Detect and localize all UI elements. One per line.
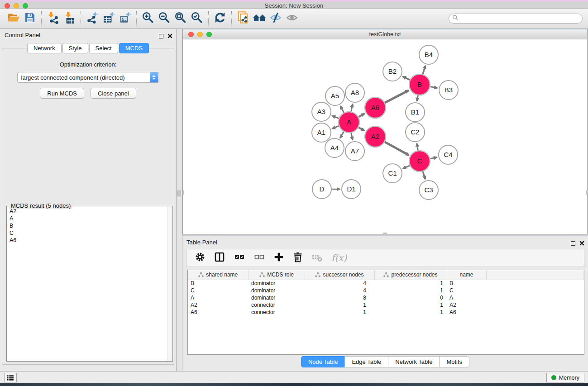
memory-button[interactable]: Memory xyxy=(546,373,584,382)
tab-motifs[interactable]: Motifs xyxy=(439,356,469,367)
open-session-button[interactable] xyxy=(5,10,22,27)
result-item[interactable]: A6 xyxy=(8,237,167,244)
table-settings-button[interactable] xyxy=(195,252,206,264)
graph-edge-A2-C[interactable] xyxy=(385,142,409,155)
graph-node-D[interactable]: D xyxy=(312,180,331,199)
show-all-button[interactable] xyxy=(284,10,300,27)
column-header-predecessor-nodes[interactable]: predecessor nodes xyxy=(374,270,447,280)
hide-selected-button[interactable] xyxy=(268,10,284,27)
apply-layout-button[interactable] xyxy=(212,10,228,27)
graph-edge-A-A3[interactable] xyxy=(332,116,339,119)
node-table[interactable]: shared name MCDS role successor nodes pr… xyxy=(187,270,584,355)
task-history-button[interactable] xyxy=(4,373,17,382)
tab-node-table[interactable]: Node Table xyxy=(301,356,345,367)
column-header-shared-name[interactable]: shared name xyxy=(188,270,249,280)
graph-node-A[interactable]: A xyxy=(339,112,359,133)
function-builder-button[interactable]: f(x) xyxy=(331,253,347,263)
resize-handle-bottom[interactable] xyxy=(383,233,387,234)
graph-node-B[interactable]: B xyxy=(409,74,430,95)
resize-handle-left[interactable] xyxy=(182,191,184,195)
graph-node-C2[interactable]: C2 xyxy=(406,123,425,142)
table-row[interactable]: Adominator80A xyxy=(188,294,584,301)
zoom-out-button[interactable] xyxy=(156,10,172,27)
run-mcds-button[interactable]: Run MCDS xyxy=(40,88,84,99)
export-table-button[interactable] xyxy=(100,10,117,27)
export-network-button[interactable] xyxy=(84,10,100,27)
graph-edge-A-A8[interactable] xyxy=(351,104,353,112)
table-row[interactable]: A6connector11A6 xyxy=(188,309,584,316)
graph-edge-B-B2[interactable] xyxy=(403,76,410,80)
graph-node-B1[interactable]: B1 xyxy=(406,103,425,122)
graph-node-A6[interactable]: A6 xyxy=(365,97,386,118)
close-panel-icon[interactable] xyxy=(167,32,172,40)
graph-edge-A-A4[interactable] xyxy=(340,132,344,138)
result-item[interactable]: B xyxy=(8,222,167,229)
first-neighbors-button[interactable] xyxy=(251,10,268,27)
graph-edge-A-A5[interactable] xyxy=(340,106,344,113)
graph-node-C1[interactable]: C1 xyxy=(383,164,402,183)
delete-column-button[interactable] xyxy=(292,252,303,264)
close-table-panel-icon[interactable] xyxy=(579,239,584,248)
graph-edge-A-A6[interactable] xyxy=(359,114,364,117)
result-item[interactable]: A2 xyxy=(8,208,167,215)
graph-node-A8[interactable]: A8 xyxy=(345,83,364,102)
network-window[interactable]: testGlobe.txt B4B2BB3A5A8A6B1A3AA1C2A2A4… xyxy=(182,29,588,234)
search-input[interactable] xyxy=(459,15,579,22)
graph-node-D1[interactable]: D1 xyxy=(342,180,361,199)
tab-select[interactable]: Select xyxy=(89,43,118,53)
import-table-button[interactable] xyxy=(61,10,77,27)
graph-node-A4[interactable]: A4 xyxy=(325,138,344,157)
optimization-criterion-select[interactable]: largest connected component (directed) xyxy=(17,72,159,83)
table-row[interactable]: Cdominator41C xyxy=(188,287,584,294)
graph-node-C[interactable]: C xyxy=(409,151,430,172)
float-panel-icon[interactable] xyxy=(159,34,163,38)
graph-edge-C-C2[interactable] xyxy=(417,143,418,151)
search-box[interactable] xyxy=(449,14,583,24)
graph-edge-A-A1[interactable] xyxy=(332,126,339,129)
graph-node-B2[interactable]: B2 xyxy=(383,62,402,81)
graph-edge-C-C4[interactable] xyxy=(430,157,437,158)
graph-edge-B-B4[interactable] xyxy=(423,66,425,74)
network-window-titlebar[interactable]: testGlobe.txt xyxy=(183,29,587,39)
show-columns-button[interactable] xyxy=(214,251,225,265)
tab-network-table[interactable]: Network Table xyxy=(388,356,440,367)
zoom-in-button[interactable] xyxy=(140,10,156,27)
tab-mcds[interactable]: MCDS xyxy=(119,43,149,53)
graph-edge-B-B3[interactable] xyxy=(430,86,438,88)
table-row[interactable]: A2connector11A2 xyxy=(188,301,584,309)
close-panel-button[interactable]: Close panel xyxy=(91,88,136,99)
table-row[interactable]: Bdominator41B xyxy=(188,280,584,287)
graph-node-A5[interactable]: A5 xyxy=(325,86,344,105)
graph-node-A3[interactable]: A3 xyxy=(312,102,331,121)
graph-edge-B-B1[interactable] xyxy=(417,95,418,101)
result-scrollbar[interactable] xyxy=(167,207,172,361)
graph-node-C4[interactable]: C4 xyxy=(439,145,458,164)
graph-node-B3[interactable]: B3 xyxy=(439,81,458,100)
graph-node-A2[interactable]: A2 xyxy=(365,126,386,147)
graph-node-A7[interactable]: A7 xyxy=(345,142,364,161)
import-network-button[interactable] xyxy=(45,10,61,27)
result-item[interactable]: A xyxy=(8,215,167,222)
network-canvas[interactable]: B4B2BB3A5A8A6B1A3AA1C2A2A4A7CC4C1C3DD1 xyxy=(183,40,587,234)
resize-handle-right[interactable] xyxy=(586,191,588,195)
graph-node-A1[interactable]: A1 xyxy=(312,123,331,142)
result-item[interactable]: C xyxy=(8,229,167,237)
tab-style[interactable]: Style xyxy=(62,43,88,53)
float-table-panel-icon[interactable] xyxy=(571,241,575,246)
add-column-button[interactable] xyxy=(273,252,284,264)
column-header-name[interactable]: name xyxy=(447,270,486,280)
graph-edge-A6-B[interactable] xyxy=(385,90,409,102)
new-network-from-selection-button[interactable] xyxy=(235,10,251,27)
zoom-fit-button[interactable] xyxy=(172,10,189,27)
mcds-result-list[interactable]: A2ABCA6 xyxy=(8,208,167,360)
tab-network[interactable]: Network xyxy=(27,43,62,53)
divider-grip[interactable] xyxy=(177,191,181,196)
column-header-mcds-role[interactable]: MCDS role xyxy=(249,270,305,280)
zoom-selected-button[interactable] xyxy=(189,10,205,27)
graph-node-C3[interactable]: C3 xyxy=(419,181,438,200)
tab-edge-table[interactable]: Edge Table xyxy=(344,356,388,367)
deselect-all-button[interactable] xyxy=(253,251,265,265)
column-header-successor-nodes[interactable]: successor nodes xyxy=(305,270,374,280)
delete-table-button[interactable] xyxy=(311,251,323,265)
graph-edge-C-C1[interactable] xyxy=(403,166,410,169)
